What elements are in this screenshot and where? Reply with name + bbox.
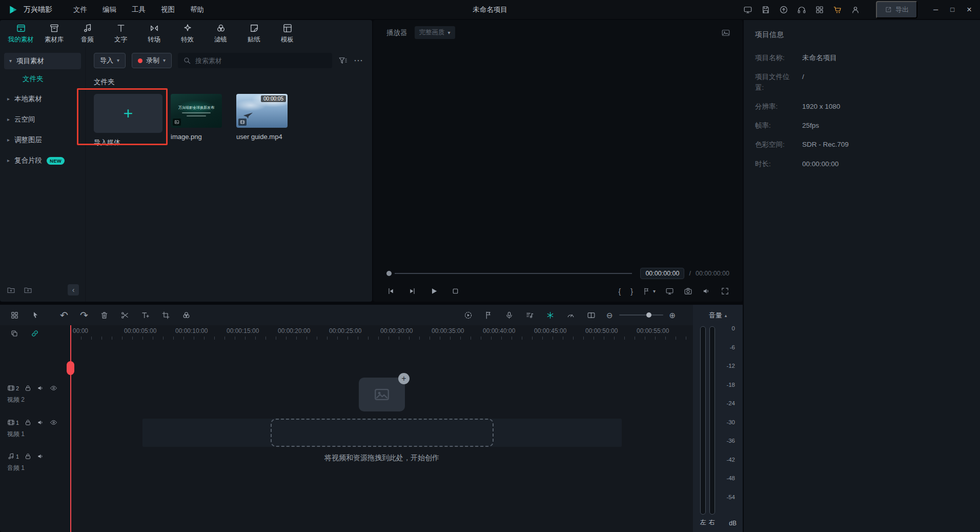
tab-my-media[interactable]: 我的素材 — [4, 23, 37, 44]
scissors-icon — [120, 311, 129, 320]
manage-tracks-button[interactable] — [10, 311, 19, 320]
chroma-key-button[interactable] — [182, 311, 191, 320]
cloud-upload-button[interactable] — [779, 5, 788, 14]
import-media-card[interactable]: + — [94, 94, 162, 133]
scrubber-handle[interactable] — [386, 271, 392, 276]
tab-filters[interactable]: 滤镜 — [204, 23, 237, 44]
sidebar-label: 调整图层 — [14, 135, 42, 145]
stop-button[interactable] — [451, 287, 460, 295]
fullscreen-button[interactable] — [721, 287, 729, 295]
minimize-button[interactable]: ─ — [933, 6, 938, 13]
maximize-button[interactable]: □ — [950, 6, 954, 13]
search-box[interactable] — [178, 53, 332, 68]
close-button[interactable]: × — [967, 5, 972, 14]
preview-compare-button[interactable] — [721, 28, 730, 37]
sidebar-item-local-media[interactable]: ▸ 本地素材 — [0, 89, 85, 109]
next-frame-button[interactable] — [408, 287, 417, 295]
media-item-video[interactable]: 00:00:05 user guide.mp4 — [236, 94, 294, 141]
new-folder-button[interactable] — [7, 286, 15, 294]
lock-track-button[interactable] — [24, 419, 32, 426]
tab-templates[interactable]: 模板 — [271, 23, 304, 44]
display-output-button[interactable] — [665, 287, 674, 295]
mute-track-button[interactable] — [37, 419, 45, 426]
lock-track-button[interactable] — [24, 384, 32, 392]
menu-tools[interactable]: 工具 — [124, 0, 153, 19]
tab-effects[interactable]: 特效 — [171, 23, 204, 44]
tab-text[interactable]: 文字 — [104, 23, 137, 44]
quality-dropdown[interactable]: 完整画质 ▾ — [415, 26, 455, 39]
support-button[interactable] — [797, 5, 806, 14]
mark-in-button[interactable]: { — [619, 288, 621, 295]
video-thumbnail[interactable]: 00:00:05 — [236, 94, 288, 128]
select-tool-button[interactable] — [31, 311, 40, 320]
record-button[interactable]: 录制 ▾ — [132, 53, 172, 68]
keyframe-button[interactable] — [546, 311, 555, 320]
zoom-slider[interactable] — [619, 314, 663, 316]
undo-button[interactable]: ↶ — [60, 310, 68, 320]
sidebar-item-compound-clip[interactable]: ▸ 复合片段 NEW — [0, 150, 85, 171]
store-cart-button[interactable] — [833, 5, 842, 14]
marker-dropdown-button[interactable]: ▾ — [643, 287, 656, 295]
apps-grid-button[interactable] — [815, 5, 824, 14]
lock-track-button[interactable] — [24, 452, 32, 460]
split-clip-button[interactable] — [120, 311, 129, 320]
media-item-image[interactable]: 万兴喵影全球换新发布 image.png — [171, 94, 228, 141]
mark-out-button[interactable]: } — [630, 288, 633, 295]
duplicate-button[interactable] — [10, 329, 18, 338]
menu-help[interactable]: 帮助 — [182, 0, 212, 19]
zoom-slider-knob[interactable] — [646, 312, 651, 318]
speed-button[interactable] — [566, 311, 575, 320]
add-marker-button[interactable] — [484, 311, 493, 320]
image-thumbnail[interactable]: 万兴喵影全球换新发布 — [171, 94, 222, 128]
timeline-dropzone[interactable] — [271, 419, 494, 447]
filter-button[interactable] — [338, 56, 348, 65]
media-item-import[interactable]: + 导入媒体 — [94, 94, 162, 147]
mute-track-button[interactable] — [37, 384, 45, 392]
playhead-grip[interactable] — [67, 361, 74, 375]
menu-file[interactable]: 文件 — [66, 0, 95, 19]
menu-edit[interactable]: 编辑 — [95, 0, 124, 19]
mute-track-button[interactable] — [37, 452, 45, 460]
sidebar-item-folder[interactable]: 文件夹 — [0, 69, 85, 89]
zoom-out-button[interactable]: ⊖ — [606, 311, 613, 319]
timeline-ruler[interactable]: 00:00 00:00:05:00 00:00:10:00 00:00:15:0… — [71, 327, 693, 340]
sidebar-item-cloud[interactable]: ▸ 云空间 — [0, 109, 85, 130]
redo-button[interactable]: ↷ — [80, 310, 88, 320]
import-button[interactable]: 导入 ▾ — [94, 53, 126, 68]
save-button[interactable] — [761, 5, 770, 14]
collapse-sidebar-button[interactable]: ‹ — [68, 284, 79, 295]
delete-button[interactable] — [100, 311, 109, 320]
export-button[interactable]: 导出 — [876, 1, 917, 18]
audio-to-text-button[interactable] — [525, 311, 534, 320]
search-input[interactable] — [195, 57, 327, 65]
sidebar-item-project-media[interactable]: ▾ 项目素材 — [4, 53, 81, 69]
device-switch-button[interactable] — [743, 5, 752, 14]
tab-stickers[interactable]: 贴纸 — [237, 23, 271, 44]
more-options-button[interactable]: ⋯ — [354, 56, 363, 65]
render-preview-button[interactable] — [464, 311, 473, 320]
delete-folder-button[interactable] — [24, 286, 32, 294]
scrubber-track[interactable] — [395, 273, 632, 274]
hide-track-button[interactable] — [50, 384, 57, 392]
scale-tick: -48 — [726, 475, 735, 481]
split-view-button[interactable] — [587, 311, 596, 320]
mute-preview-button[interactable] — [702, 287, 711, 295]
menu-view[interactable]: 视图 — [153, 0, 182, 19]
voiceover-button[interactable] — [505, 311, 514, 320]
hide-track-button[interactable] — [50, 419, 57, 426]
tab-audio[interactable]: 音频 — [71, 23, 104, 44]
audio-list-icon — [525, 311, 534, 320]
link-clips-button[interactable] — [31, 329, 39, 338]
sidebar-item-adjustment-layer[interactable]: ▸ 调整图层 — [0, 130, 85, 150]
volume-meter-toggle[interactable]: 音量 ▴ — [693, 311, 743, 320]
add-text-button[interactable] — [141, 311, 150, 320]
account-button[interactable] — [851, 5, 860, 14]
previous-frame-button[interactable] — [386, 287, 395, 295]
crop-button[interactable] — [161, 311, 170, 320]
image-type-icon — [173, 119, 181, 126]
snapshot-button[interactable] — [684, 287, 692, 295]
tab-transitions[interactable]: 转场 — [137, 23, 171, 44]
tab-stock-library[interactable]: 素材库 — [37, 23, 71, 44]
play-button[interactable] — [430, 287, 438, 295]
zoom-in-button[interactable]: ⊕ — [669, 311, 676, 319]
